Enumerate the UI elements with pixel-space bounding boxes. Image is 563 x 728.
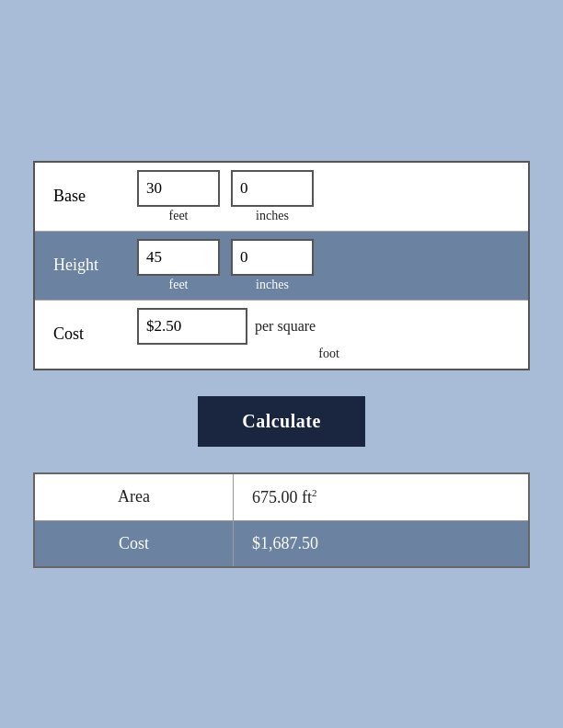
height-inches-input[interactable]: [231, 239, 314, 276]
cost-input-fields: per square foot: [126, 300, 529, 370]
cost-result-row: Cost $1,687.50: [34, 520, 529, 567]
height-feet-group: feet: [137, 239, 220, 292]
base-inches-label: inches: [256, 209, 289, 223]
height-row: Height feet inches: [34, 231, 529, 300]
calculate-button[interactable]: Calculate: [198, 396, 365, 447]
area-value-text: 675.00 ft2: [252, 488, 317, 506]
base-label: Base: [34, 162, 126, 232]
base-inches-input[interactable]: [231, 170, 314, 207]
cost-value-input[interactable]: [137, 308, 247, 345]
base-feet-label: feet: [169, 209, 189, 223]
per-square-label: per square: [255, 317, 316, 335]
height-inches-group: inches: [231, 239, 314, 292]
base-feet-input[interactable]: [137, 170, 220, 207]
results-table: Area 675.00 ft2 Cost $1,687.50: [33, 472, 530, 568]
height-feet-label: feet: [169, 278, 189, 292]
area-result-label: Area: [34, 473, 234, 521]
height-feet-input[interactable]: [137, 239, 220, 276]
base-inches-group: inches: [231, 170, 314, 223]
cost-input-label: Cost: [34, 300, 126, 370]
base-fields: feet inches: [126, 162, 529, 232]
input-table: Base feet inches Hei: [33, 161, 530, 370]
foot-label: foot: [137, 347, 517, 361]
height-inches-label: inches: [256, 278, 289, 292]
page-container: Base feet inches Hei: [33, 161, 530, 568]
cost-result-label: Cost: [34, 520, 234, 567]
height-fields: feet inches: [126, 231, 529, 300]
area-result-value: 675.00 ft2: [234, 473, 529, 521]
cost-input-row: Cost per square foot: [34, 300, 529, 370]
cost-result-value: $1,687.50: [234, 520, 529, 567]
area-result-row: Area 675.00 ft2: [34, 473, 529, 521]
height-label: Height: [34, 231, 126, 300]
base-row: Base feet inches: [34, 162, 529, 232]
base-feet-group: feet: [137, 170, 220, 223]
